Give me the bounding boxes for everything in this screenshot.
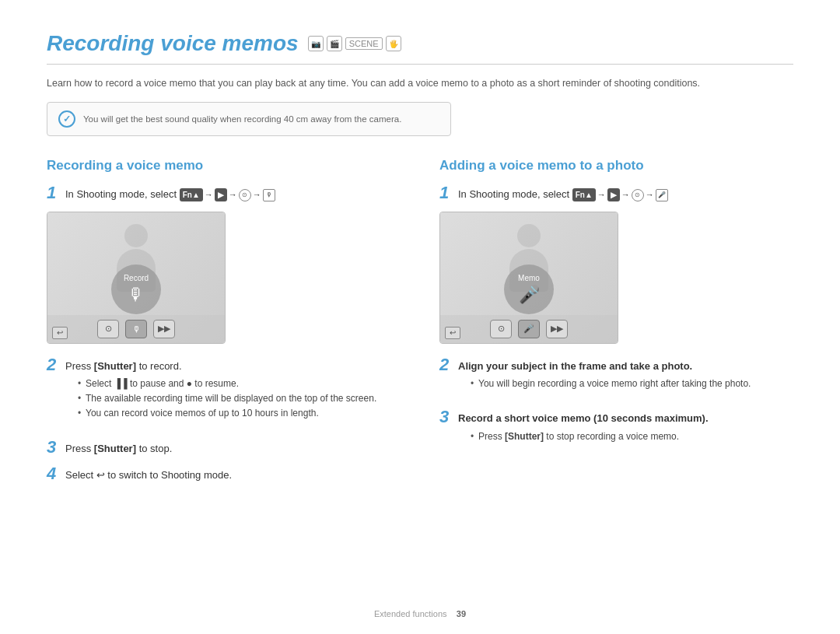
right-column: Adding a voice memo to a photo 1 In Shoo…	[439, 158, 793, 492]
right-step-2-number: 2	[439, 356, 452, 373]
left-step-1-seq: Fn▲ → ▶ → ⊙ → 🎙	[180, 188, 275, 201]
bullet-item: Press [Shutter] to stop recording a voic…	[471, 429, 709, 444]
right-step-2-text: Align your subject in the frame and take…	[458, 356, 751, 400]
right-step-1-seq: Fn▲ → ▶ → ⊙ → 🎤	[572, 188, 668, 201]
footer-page: 39	[457, 609, 466, 618]
left-step-3-number: 3	[47, 439, 59, 456]
footer: Extended functions 39	[0, 609, 840, 618]
right-mode-label: Memo	[518, 274, 540, 282]
left-step-1: 1 In Shooting mode, select Fn▲ → ▶ → ⊙ →…	[47, 184, 401, 202]
right-mode-icon: 🎤	[519, 285, 540, 305]
intro-text: Learn how to record a voice memo that yo…	[47, 75, 793, 91]
scene-label: SCENE	[345, 37, 383, 50]
right-toolbar-btn-1: ⊙	[490, 320, 512, 338]
bullet-item: You will begin recording a voice memo ri…	[471, 377, 751, 391]
right-step-3: 3 Record a short voice memo (10 seconds …	[439, 408, 793, 452]
toolbar-btn-2: 🎙	[125, 320, 147, 338]
left-back-btn: ↩	[52, 327, 68, 339]
info-box: ✓ You will get the best sound quality wh…	[47, 102, 451, 136]
right-toolbar-btn-3: ▶▶	[546, 320, 568, 338]
left-step-1-number: 1	[47, 184, 59, 201]
page-title: Recording voice memos	[47, 31, 299, 56]
left-mode-label: Record	[124, 274, 149, 282]
right-step-3-number: 3	[439, 408, 452, 426]
right-mode-circle: Memo 🎤	[504, 264, 554, 314]
left-step-4: 4 Select ↩ to switch to Shooting mode.	[47, 465, 401, 483]
bullet-item: You can record voice memos of up to 10 h…	[78, 406, 376, 421]
two-col-layout: Recording a voice memo 1 In Shooting mod…	[47, 158, 793, 492]
right-section-heading: Adding a voice memo to a photo	[439, 158, 793, 173]
right-step-3-bullets: Press [Shutter] to stop recording a voic…	[458, 429, 709, 444]
right-step-1-text: In Shooting mode, select Fn▲ → ▶ → ⊙ → 🎤	[458, 184, 668, 202]
left-step-2-text: Press [Shutter] to record. Select ▐▐ to …	[65, 356, 376, 429]
bullet-item: Select ▐▐ to pause and ● to resume.	[78, 377, 376, 391]
info-icon: ✓	[58, 110, 75, 128]
left-step-2-bullets: Select ▐▐ to pause and ● to resume. The …	[65, 377, 376, 422]
silhouette-head-r	[517, 224, 541, 247]
left-mode-icon: 🎙	[128, 285, 145, 305]
bullet-item: The available recording time will be dis…	[78, 391, 376, 406]
left-step-4-number: 4	[47, 465, 59, 482]
left-camera-screen: Record 🎙 ⊙ 🎙 ▶▶ ↩	[47, 212, 226, 344]
camera-icon: 📷	[308, 36, 324, 51]
info-note: You will get the best sound quality when…	[83, 114, 401, 124]
right-back-btn: ↩	[445, 327, 460, 339]
left-column: Recording a voice memo 1 In Shooting mod…	[47, 158, 401, 492]
left-mode-circle: Record 🎙	[111, 264, 161, 314]
right-step-2: 2 Align your subject in the frame and ta…	[439, 356, 793, 400]
left-step-3-text: Press [Shutter] to stop.	[65, 439, 172, 457]
left-step-3: 3 Press [Shutter] to stop.	[47, 439, 401, 457]
right-step-2-bullets: You will begin recording a voice memo ri…	[458, 377, 751, 391]
right-step-1: 1 In Shooting mode, select Fn▲ → ▶ → ⊙ →…	[439, 184, 793, 202]
title-row: Recording voice memos 📷 🎬 SCENE 🖐	[47, 31, 793, 65]
right-step-3-text: Record a short voice memo (10 seconds ma…	[458, 408, 709, 452]
left-step-1-text: In Shooting mode, select Fn▲ → ▶ → ⊙ → 🎙	[65, 184, 275, 202]
left-section-heading: Recording a voice memo	[47, 158, 401, 173]
title-icons: 📷 🎬 SCENE 🖐	[308, 36, 401, 51]
toolbar-btn-3: ▶▶	[153, 320, 175, 338]
scene-icon: 🎬	[327, 36, 342, 51]
toolbar-btn-1: ⊙	[97, 320, 119, 338]
footer-label: Extended functions	[374, 609, 447, 618]
left-screen-toolbar: ⊙ 🎙 ▶▶	[47, 315, 225, 343]
right-screen-toolbar: ⊙ 🎤 ▶▶	[440, 315, 618, 343]
hand-icon: 🖐	[386, 36, 401, 51]
right-toolbar-btn-2: 🎤	[518, 320, 540, 338]
left-step-4-text: Select ↩ to switch to Shooting mode.	[65, 465, 232, 483]
silhouette-head	[124, 224, 148, 247]
left-step-2-number: 2	[47, 356, 59, 373]
right-step-1-number: 1	[439, 184, 452, 201]
left-step-2: 2 Press [Shutter] to record. Select ▐▐ t…	[47, 356, 401, 429]
right-camera-screen: Memo 🎤 ⊙ 🎤 ▶▶ ↩	[439, 212, 618, 344]
